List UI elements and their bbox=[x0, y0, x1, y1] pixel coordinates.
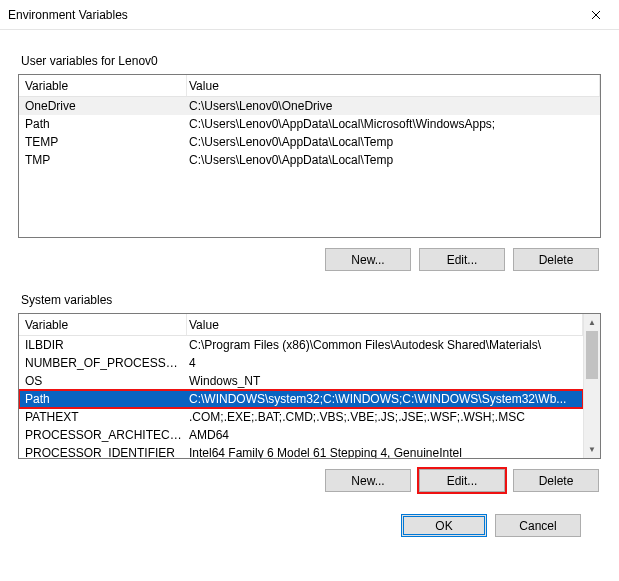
table-row[interactable]: TMP C:\Users\Lenov0\AppData\Local\Temp bbox=[19, 151, 600, 169]
table-row[interactable]: OS Windows_NT bbox=[19, 372, 583, 390]
table-row-selected[interactable]: Path C:\WINDOWS\system32;C:\WINDOWS;C:\W… bbox=[19, 390, 583, 408]
system-new-button[interactable]: New... bbox=[325, 469, 411, 492]
scroll-track[interactable] bbox=[584, 331, 600, 441]
table-row[interactable]: PROCESSOR_IDENTIFIER Intel64 Family 6 Mo… bbox=[19, 444, 583, 458]
user-new-button[interactable]: New... bbox=[325, 248, 411, 271]
table-row[interactable]: OneDrive C:\Users\Lenov0\OneDrive bbox=[19, 97, 600, 115]
table-row[interactable]: NUMBER_OF_PROCESSORS 4 bbox=[19, 354, 583, 372]
system-vars-buttons: New... Edit... Delete bbox=[18, 469, 599, 492]
table-row[interactable]: Path C:\Users\Lenov0\AppData\Local\Micro… bbox=[19, 115, 600, 133]
dialog-content: User variables for Lenov0 Variable Value… bbox=[0, 30, 619, 537]
titlebar: Environment Variables bbox=[0, 0, 619, 30]
system-vars-header[interactable]: Variable Value bbox=[19, 314, 583, 336]
system-delete-button[interactable]: Delete bbox=[513, 469, 599, 492]
table-row[interactable]: TEMP C:\Users\Lenov0\AppData\Local\Temp bbox=[19, 133, 600, 151]
scroll-up-icon[interactable]: ▲ bbox=[584, 314, 600, 331]
user-edit-button[interactable]: Edit... bbox=[419, 248, 505, 271]
table-row[interactable]: ILBDIR C:\Program Files (x86)\Common Fil… bbox=[19, 336, 583, 354]
system-vars-label: System variables bbox=[21, 293, 601, 307]
table-row[interactable]: PROCESSOR_ARCHITECTURE AMD64 bbox=[19, 426, 583, 444]
system-vars-list[interactable]: Variable Value ILBDIR C:\Program Files (… bbox=[18, 313, 601, 459]
col-header-variable[interactable]: Variable bbox=[19, 75, 187, 96]
system-edit-button[interactable]: Edit... bbox=[419, 469, 505, 492]
col-header-value[interactable]: Value bbox=[187, 75, 600, 96]
user-vars-label: User variables for Lenov0 bbox=[21, 54, 601, 68]
scrollbar[interactable]: ▲ ▼ bbox=[583, 314, 600, 458]
ok-button[interactable]: OK bbox=[401, 514, 487, 537]
col-header-value[interactable]: Value bbox=[187, 314, 583, 335]
scroll-down-icon[interactable]: ▼ bbox=[584, 441, 600, 458]
cancel-button[interactable]: Cancel bbox=[495, 514, 581, 537]
close-button[interactable] bbox=[573, 0, 619, 30]
table-row[interactable]: PATHEXT .COM;.EXE;.BAT;.CMD;.VBS;.VBE;.J… bbox=[19, 408, 583, 426]
scroll-thumb[interactable] bbox=[586, 331, 598, 379]
col-header-variable[interactable]: Variable bbox=[19, 314, 187, 335]
window-title: Environment Variables bbox=[8, 8, 128, 22]
dialog-footer: OK Cancel bbox=[18, 514, 581, 537]
close-icon bbox=[591, 10, 601, 20]
user-vars-header[interactable]: Variable Value bbox=[19, 75, 600, 97]
user-vars-list[interactable]: Variable Value OneDrive C:\Users\Lenov0\… bbox=[18, 74, 601, 238]
user-vars-buttons: New... Edit... Delete bbox=[18, 248, 599, 271]
user-delete-button[interactable]: Delete bbox=[513, 248, 599, 271]
